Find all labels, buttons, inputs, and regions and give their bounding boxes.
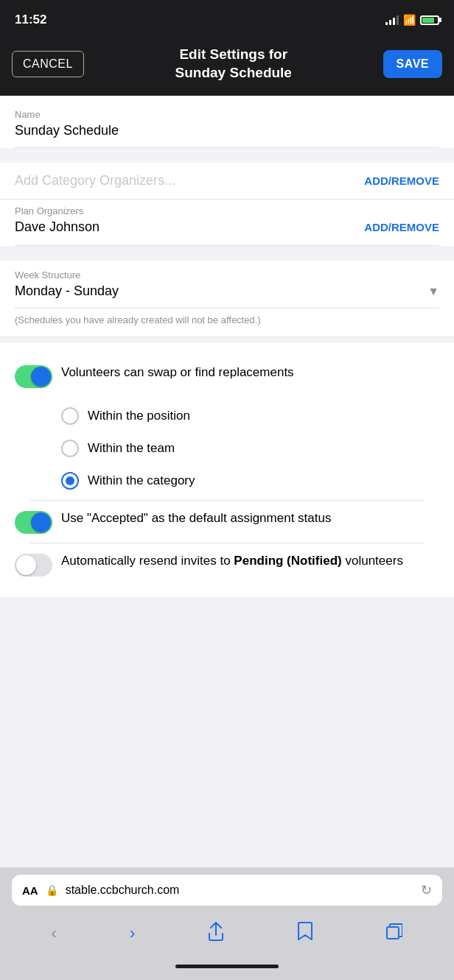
home-indicator	[0, 959, 454, 980]
resend-toggle-label: Automatically resend invites to Pending …	[61, 552, 439, 570]
week-structure-section: Week Structure Monday - Sunday ▼ (Schedu…	[0, 261, 454, 336]
reload-icon[interactable]: ↻	[421, 882, 432, 898]
name-value[interactable]: Sunday Schedule	[15, 123, 439, 148]
battery-icon	[420, 15, 439, 25]
svg-rect-0	[387, 927, 399, 939]
nav-header: CANCEL Edit Settings for Sunday Schedule…	[0, 37, 454, 96]
swap-toggle-thumb	[31, 367, 51, 387]
status-time: 11:52	[15, 13, 46, 27]
resend-toggle-row: Automatically resend invites to Pending …	[15, 543, 439, 585]
accepted-toggle-row: Use "Accepted" as the default assignment…	[15, 501, 439, 543]
plan-organizer-name[interactable]: Dave Johnson	[15, 219, 99, 235]
accepted-toggle[interactable]	[15, 511, 52, 534]
status-bar: 11:52 📶	[0, 0, 454, 37]
plan-organizer-add-remove[interactable]: ADD/REMOVE	[364, 221, 439, 233]
radio-options: Within the position Within the team With…	[15, 397, 439, 500]
week-structure-label: Week Structure	[15, 269, 439, 281]
lock-icon: 🔒	[46, 884, 58, 896]
category-organizers-row: Add Category Organizers... ADD/REMOVE	[0, 163, 454, 200]
category-placeholder[interactable]: Add Category Organizers...	[15, 173, 175, 188]
radio-category-label: Within the category	[88, 473, 195, 488]
status-icons: 📶	[385, 14, 439, 26]
browser-nav: ‹ ›	[0, 912, 454, 959]
wifi-icon: 📶	[403, 14, 416, 26]
week-structure-value: Monday - Sunday	[15, 283, 119, 299]
swap-toggle[interactable]	[15, 365, 52, 388]
save-button[interactable]: SAVE	[383, 50, 442, 78]
home-bar	[175, 965, 279, 968]
radio-category[interactable]	[61, 472, 79, 490]
resend-toggle-thumb	[16, 555, 36, 575]
category-add-remove[interactable]: ADD/REMOVE	[364, 175, 439, 187]
swap-toggle-row: Volunteers can swap or find replacements	[15, 355, 439, 397]
week-structure-select[interactable]: Monday - Sunday ▼	[15, 283, 439, 309]
radio-team-label: Within the team	[88, 441, 175, 456]
radio-option-category: Within the category	[61, 465, 439, 497]
forward-button[interactable]: ›	[121, 920, 144, 948]
radio-position[interactable]	[61, 407, 79, 425]
back-button[interactable]: ‹	[43, 920, 66, 948]
accepted-toggle-label: Use "Accepted" as the default assignment…	[61, 510, 439, 527]
signal-icon	[385, 15, 399, 25]
name-label: Name	[15, 109, 439, 120]
nav-title: Edit Settings for Sunday Schedule	[84, 46, 383, 82]
spacer-2	[0, 246, 454, 261]
nav-title-text: Edit Settings for Sunday Schedule	[91, 46, 376, 82]
tabs-button[interactable]	[377, 919, 411, 948]
radio-team[interactable]	[61, 440, 79, 457]
bookmarks-button[interactable]	[288, 917, 322, 950]
plan-organizers-label: Plan Organizers	[15, 205, 439, 216]
name-section: Name Sunday Schedule	[0, 96, 454, 148]
chevron-down-icon: ▼	[427, 285, 439, 298]
spacer-3	[0, 336, 454, 343]
browser-bar[interactable]: AA 🔒 stable.ccbchurch.com ↻	[12, 875, 442, 906]
radio-position-label: Within the position	[88, 409, 190, 423]
cancel-button[interactable]: CANCEL	[12, 51, 84, 77]
toggles-section: Volunteers can swap or find replacements…	[0, 343, 454, 597]
spacer-1	[0, 148, 454, 163]
plan-organizer-row: Dave Johnson ADD/REMOVE	[15, 219, 439, 246]
browser-bar-container: AA 🔒 stable.ccbchurch.com ↻	[0, 867, 454, 912]
resend-toggle[interactable]	[15, 554, 52, 577]
swap-toggle-label: Volunteers can swap or find replacements	[61, 364, 439, 381]
content: Name Sunday Schedule Add Category Organi…	[0, 96, 454, 867]
accepted-toggle-thumb	[31, 512, 51, 532]
browser-url[interactable]: stable.ccbchurch.com	[66, 884, 413, 897]
radio-option-position: Within the position	[61, 400, 439, 432]
week-structure-note: (Schedules you have already created will…	[15, 309, 439, 336]
share-button[interactable]	[199, 917, 233, 950]
plan-organizers-section: Plan Organizers Dave Johnson ADD/REMOVE	[0, 200, 454, 246]
radio-category-inner	[66, 476, 74, 485]
browser-aa[interactable]: AA	[22, 884, 38, 897]
radio-option-team: Within the team	[61, 432, 439, 465]
